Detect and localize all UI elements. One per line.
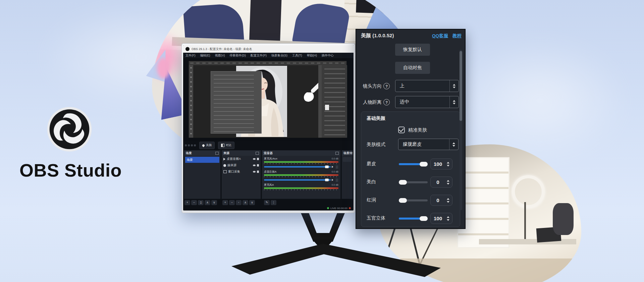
- decor-chair: [553, 203, 574, 235]
- source-row[interactable]: 媒体源: [222, 162, 261, 169]
- whitening-slider-row: 美白 0: [361, 176, 461, 189]
- face-3d-slider[interactable]: [399, 218, 428, 220]
- scenes-dock: 场景 场景: [184, 150, 221, 199]
- dock-popout-icon: [256, 152, 259, 155]
- subject-distance-select[interactable]: 适中: [395, 96, 459, 108]
- slider-handle[interactable]: [399, 180, 407, 185]
- pin-icon: [202, 144, 205, 147]
- eye-icon[interactable]: [253, 171, 256, 173]
- rosy-spinbox[interactable]: 0: [430, 195, 452, 206]
- menu-profile[interactable]: 配置文件(P): [248, 53, 269, 58]
- smoothing-spinbox[interactable]: 100: [430, 158, 452, 170]
- help-icon[interactable]: ?: [383, 99, 390, 105]
- menu-tools[interactable]: 工具(T): [290, 53, 305, 58]
- lens-direction-label-row: 镜头方向 ?: [363, 83, 390, 89]
- menu-edit[interactable]: 编辑(E): [198, 53, 213, 58]
- subject-distance-label-row: 人物距离 ?: [363, 99, 390, 105]
- remove-source-button[interactable]: −: [229, 200, 235, 205]
- menu-file[interactable]: 文件(F): [183, 53, 198, 58]
- slider-handle[interactable]: [420, 216, 428, 221]
- spinner-arrows-icon[interactable]: [449, 139, 458, 150]
- face-3d-label: 五官立体: [367, 215, 385, 221]
- source-up-button[interactable]: ∧: [243, 200, 248, 205]
- transition-combo[interactable]: [343, 157, 352, 162]
- precise-skin-label: 精准美肤: [408, 127, 427, 133]
- spin-arrows-icon[interactable]: [445, 197, 452, 204]
- obs-app-icon: [185, 47, 190, 51]
- autofocus-button[interactable]: 自动对焦: [395, 62, 430, 74]
- precise-skin-checkbox[interactable]: [398, 127, 405, 133]
- source-properties-button[interactable]: ◦: [236, 200, 241, 205]
- obs-logo: [46, 106, 93, 152]
- scene-label: 场景: [187, 158, 193, 162]
- rosy-slider[interactable]: [399, 199, 428, 201]
- slider-handle[interactable]: [420, 162, 428, 167]
- volume-meter: [264, 174, 338, 176]
- whitening-slider[interactable]: [399, 181, 428, 183]
- compare-button[interactable]: 对比: [218, 142, 234, 149]
- volume-slider[interactable]: [264, 179, 331, 181]
- eye-icon[interactable]: [253, 164, 256, 166]
- mixer-brush-button[interactable]: ✎: [264, 200, 270, 205]
- channel-menu-icon[interactable]: ⋮: [335, 178, 338, 182]
- menu-plugin-center[interactable]: 插件中心: [319, 53, 336, 58]
- scrollbar-thumb[interactable]: [460, 51, 462, 121]
- menu-view[interactable]: 视图(V): [213, 53, 227, 58]
- whitening-spinbox[interactable]: 0: [430, 177, 452, 188]
- scene-up-button[interactable]: ∧: [205, 200, 210, 205]
- scene-list-item[interactable]: 场景: [185, 157, 219, 163]
- volume-slider[interactable]: [264, 166, 331, 168]
- add-scene-button[interactable]: +: [184, 200, 190, 205]
- spin-arrows-icon[interactable]: [445, 215, 452, 222]
- panel-scrollbar[interactable]: [460, 50, 462, 210]
- mute-icon[interactable]: [332, 179, 334, 181]
- slider-handle[interactable]: [399, 198, 407, 203]
- beauty-quick-button[interactable]: 美颜: [199, 142, 215, 149]
- subject-distance-label: 人物距离: [363, 99, 382, 105]
- sources-title: 来源: [223, 151, 229, 155]
- mute-icon[interactable]: [332, 166, 334, 168]
- menu-help[interactable]: 帮助(H): [305, 53, 320, 58]
- spinner-arrows-icon[interactable]: [449, 80, 459, 92]
- lock-icon[interactable]: [257, 171, 259, 173]
- paintbrush-graphic: [301, 77, 318, 108]
- live-status: LIVE 00:00:00: [330, 207, 347, 210]
- skin-mode-select[interactable]: 朦胧磨皮: [398, 139, 459, 150]
- lock-icon[interactable]: [257, 158, 259, 160]
- volume-slider-handle[interactable]: [325, 179, 329, 181]
- face-3d-spinbox[interactable]: 100: [430, 213, 452, 224]
- lens-direction-select[interactable]: 上: [395, 80, 459, 92]
- restore-defaults-button[interactable]: 恢复默认: [395, 44, 430, 56]
- spinner-arrows-icon[interactable]: [449, 96, 459, 108]
- tutorial-link[interactable]: 教程: [452, 33, 462, 39]
- decor-ring-light: [512, 175, 545, 208]
- smoothing-slider[interactable]: [399, 163, 428, 165]
- meter-ticks: [264, 189, 338, 190]
- menu-docks[interactable]: 停靠部件(D): [227, 53, 249, 58]
- channel-menu-icon[interactable]: ⋮: [335, 165, 338, 169]
- menu-scene-collection[interactable]: 场景集合(S): [269, 53, 290, 58]
- add-source-button[interactable]: +: [222, 200, 228, 205]
- eye-icon[interactable]: [253, 158, 256, 160]
- lock-icon[interactable]: [257, 164, 259, 167]
- spin-arrows-icon[interactable]: [445, 160, 452, 168]
- source-label: 窗口采集: [228, 170, 252, 174]
- brand-name: OBS Studio: [19, 160, 130, 181]
- remove-scene-button[interactable]: −: [191, 200, 197, 205]
- qq-support-link[interactable]: QQ客服: [432, 33, 448, 39]
- volume-slider-handle[interactable]: [325, 166, 329, 168]
- help-icon[interactable]: ?: [383, 83, 390, 89]
- scene-down-button[interactable]: ∨: [211, 200, 217, 205]
- ps-dialog-panel: [211, 71, 262, 134]
- channel-label: 桌面音频A: [264, 170, 276, 174]
- whitening-label: 美白: [367, 179, 376, 185]
- source-row[interactable]: 窗口采集: [222, 169, 261, 175]
- spin-arrows-icon[interactable]: [445, 179, 452, 186]
- mixer-settings-button[interactable]: ⋮: [271, 200, 276, 205]
- scene-filters-button[interactable]: ▯: [198, 200, 204, 205]
- media-icon: [223, 164, 226, 167]
- source-down-button[interactable]: ∨: [249, 200, 255, 205]
- group-title: 基础美颜: [367, 115, 385, 122]
- source-row[interactable]: 桌面音频A: [222, 156, 261, 162]
- volume-row: ⋮: [264, 165, 338, 169]
